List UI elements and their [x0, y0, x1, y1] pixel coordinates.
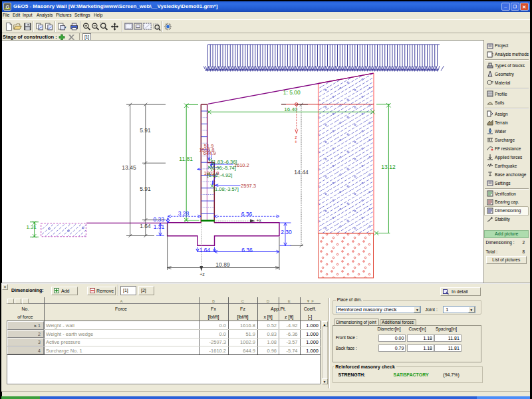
svg-text:?: ?: [491, 80, 493, 84]
svg-text:?: ?: [491, 53, 493, 57]
svg-text:+: +: [295, 139, 298, 145]
